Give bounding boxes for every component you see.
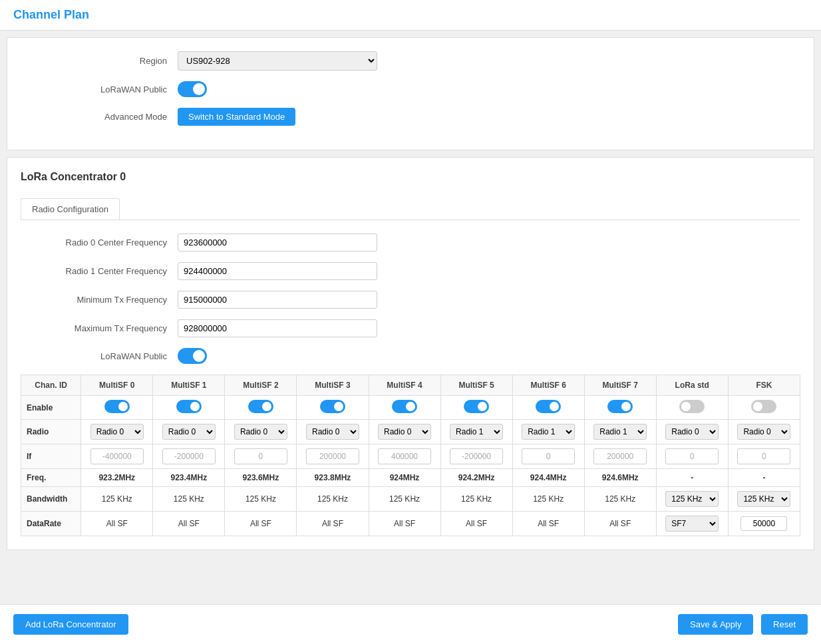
- switch-mode-button[interactable]: Switch to Standard Mode: [178, 108, 295, 126]
- max-tx-label: Maximum Tx Frequency: [21, 323, 167, 333]
- radio0-freq-input[interactable]: [178, 234, 377, 251]
- dr-multisf1: All SF: [153, 512, 225, 536]
- freq-multisf6: 924.4MHz: [512, 469, 584, 487]
- if-multisf2: [225, 444, 297, 469]
- bw-select-lorastd[interactable]: 125 KHz250 KHz500 KHz: [665, 491, 719, 507]
- radio-select-multisf3[interactable]: Radio 0Radio 1: [306, 424, 359, 440]
- radio-select-multisf7[interactable]: Radio 0Radio 1: [593, 424, 647, 440]
- concentrator-lorawan-toggle[interactable]: [178, 348, 207, 364]
- dr-multisf3: All SF: [297, 512, 369, 536]
- enable-multisf4: [369, 396, 440, 420]
- col-header-multisf0: MultiSF 0: [81, 375, 153, 396]
- concentrator-title: LoRa Concentrator 0: [21, 171, 800, 188]
- page-title: Channel Plan: [13, 8, 808, 22]
- radio-select-multisf4[interactable]: Radio 0Radio 1: [378, 424, 431, 440]
- if-row: If: [21, 444, 800, 469]
- col-header-chanid: Chan. ID: [21, 375, 81, 396]
- radio-multisf3: Radio 0Radio 1: [297, 420, 369, 444]
- freq-multisf5: 924.2MHz: [440, 469, 512, 487]
- enable-multisf2: [225, 396, 297, 420]
- lorawan-public-toggle[interactable]: [178, 81, 207, 97]
- radio-lorastd: Radio 0Radio 1: [656, 420, 728, 444]
- bandwidth-row: Bandwidth 125 KHz 125 KHz 125 KHz 125 KH…: [21, 487, 800, 512]
- freq-lorastd: -: [656, 469, 728, 487]
- channel-table-container: Chan. ID MultiSF 0 MultiSF 1 MultiSF 2 M…: [21, 375, 800, 536]
- if-input-multisf1[interactable]: [162, 448, 216, 464]
- if-multisf5: [440, 444, 512, 469]
- region-row: Region US902-928 EU863-870 AS923 AU915-9…: [21, 51, 800, 71]
- bandwidth-label: Bandwidth: [21, 487, 81, 512]
- freq-row: Freq. 923.2MHz 923.4MHz 923.6MHz 923.8MH…: [21, 469, 800, 487]
- radio-select-multisf5[interactable]: Radio 0Radio 1: [450, 424, 503, 440]
- dr-select-lorastd[interactable]: SF7SF8SF9SF10SF11SF12: [665, 516, 719, 532]
- dr-lorastd: SF7SF8SF9SF10SF11SF12: [656, 512, 728, 536]
- freq-multisf0: 923.2MHz: [81, 469, 153, 487]
- if-input-multisf7[interactable]: [593, 448, 647, 464]
- min-tx-input[interactable]: [178, 291, 377, 309]
- radio0-freq-label: Radio 0 Center Frequency: [21, 238, 167, 247]
- advanced-mode-label: Advanced Mode: [21, 112, 167, 122]
- channel-plan-section: Region US902-928 EU863-870 AS923 AU915-9…: [7, 37, 814, 150]
- bw-multisf1: 125 KHz: [153, 487, 225, 512]
- if-fsk: [728, 444, 800, 469]
- bw-select-fsk[interactable]: 125 KHz250 KHz500 KHz: [737, 491, 790, 507]
- if-label: If: [21, 444, 81, 469]
- radio-select-multisf2[interactable]: Radio 0Radio 1: [234, 424, 287, 440]
- if-input-multisf6[interactable]: [522, 448, 575, 464]
- freq-fsk: -: [728, 469, 800, 487]
- radio-multisf5: Radio 0Radio 1: [440, 420, 512, 444]
- if-input-multisf4[interactable]: [378, 448, 431, 464]
- radio-select-multisf6[interactable]: Radio 0Radio 1: [522, 424, 575, 440]
- freq-multisf3: 923.8MHz: [297, 469, 369, 487]
- col-header-fsk: FSK: [728, 375, 800, 396]
- col-header-multisf2: MultiSF 2: [225, 375, 297, 396]
- if-multisf7: [584, 444, 656, 469]
- radio-multisf2: Radio 0Radio 1: [225, 420, 297, 444]
- tab-bar: Radio Configuration: [21, 198, 800, 220]
- if-input-multisf3[interactable]: [306, 448, 359, 464]
- radio-select-multisf1[interactable]: Radio 0Radio 1: [162, 424, 216, 440]
- enable-label: Enable: [21, 396, 81, 420]
- lorawan-public-label: LoRaWAN Public: [21, 84, 167, 94]
- enable-multisf1: [153, 396, 225, 420]
- if-input-multisf2[interactable]: [234, 448, 287, 464]
- if-input-multisf5[interactable]: [450, 448, 503, 464]
- enable-lorastd: [656, 396, 728, 420]
- enable-multisf0: [81, 396, 153, 420]
- radio1-freq-input[interactable]: [178, 262, 377, 280]
- bw-multisf4: 125 KHz: [369, 487, 440, 512]
- bw-lorastd: 125 KHz250 KHz500 KHz: [656, 487, 728, 512]
- if-input-fsk[interactable]: [737, 448, 790, 464]
- enable-fsk: [728, 396, 800, 420]
- dr-multisf5: All SF: [440, 512, 512, 536]
- freq-multisf4: 924MHz: [369, 469, 440, 487]
- if-multisf4: [369, 444, 440, 469]
- radio-select-multisf0[interactable]: Radio 0Radio 1: [90, 424, 144, 440]
- col-header-multisf6: MultiSF 6: [512, 375, 584, 396]
- radio-fsk: Radio 0Radio 1: [728, 420, 800, 444]
- datarate-row: DataRate All SF All SF All SF All SF All…: [21, 512, 800, 536]
- radio-select-lorastd[interactable]: Radio 0Radio 1: [665, 424, 719, 440]
- radio-select-fsk[interactable]: Radio 0Radio 1: [737, 424, 790, 440]
- page-header: Channel Plan: [0, 0, 821, 31]
- if-input-multisf0[interactable]: [90, 448, 144, 464]
- channel-table: Chan. ID MultiSF 0 MultiSF 1 MultiSF 2 M…: [21, 375, 800, 536]
- enable-multisf5: [440, 396, 512, 420]
- col-header-multisf5: MultiSF 5: [440, 375, 512, 396]
- min-tx-label: Minimum Tx Frequency: [21, 295, 167, 305]
- dr-input-fsk[interactable]: [740, 516, 787, 531]
- tab-radio-configuration[interactable]: Radio Configuration: [21, 198, 120, 220]
- col-header-multisf7: MultiSF 7: [584, 375, 656, 396]
- radio-multisf7: Radio 0Radio 1: [584, 420, 656, 444]
- radio-multisf4: Radio 0Radio 1: [369, 420, 440, 444]
- max-tx-input[interactable]: [178, 319, 377, 337]
- enable-multisf7: [584, 396, 656, 420]
- if-input-lorastd[interactable]: [665, 448, 719, 464]
- radio-multisf0: Radio 0Radio 1: [81, 420, 153, 444]
- if-multisf3: [297, 444, 369, 469]
- enable-multisf6: [512, 396, 584, 420]
- lorawan-public-row: LoRaWAN Public: [21, 81, 800, 97]
- region-select[interactable]: US902-928 EU863-870 AS923 AU915-928 CN47…: [178, 51, 377, 71]
- advanced-mode-row: Advanced Mode Switch to Standard Mode: [21, 108, 800, 126]
- min-tx-row: Minimum Tx Frequency: [21, 291, 800, 309]
